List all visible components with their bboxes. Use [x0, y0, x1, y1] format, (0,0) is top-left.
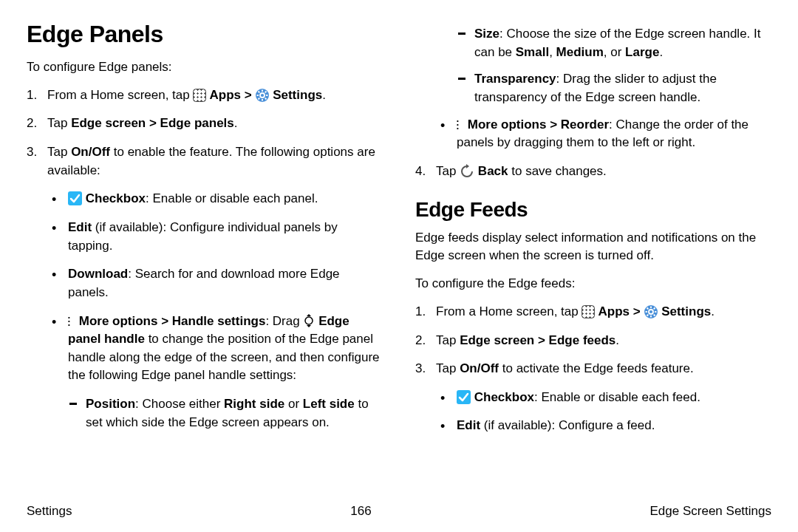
dash-transparency: Transparency: Drag the slider to adjust … — [457, 70, 771, 106]
apps-icon — [582, 305, 595, 318]
bullet-reorder: ••• More options > Reorder: Change the o… — [436, 116, 771, 152]
bullet-checkbox: Checkbox: Enable or disable each panel. — [47, 190, 383, 208]
apps-icon — [193, 89, 206, 102]
feeds-configure: To configure the Edge feeds: — [415, 275, 771, 293]
steps-continued: Tap Back to save changes. — [415, 163, 771, 181]
step-1: From a Home screen, tap Apps > Settings. — [27, 86, 383, 105]
more-options-icon: ••• — [68, 316, 75, 327]
feed-step-3: Tap On/Off to activate the Edge feeds fe… — [415, 360, 771, 435]
step-2: Tap Edge screen > Edge panels. — [27, 115, 383, 133]
footer-page-number: 166 — [350, 504, 371, 519]
back-icon — [460, 164, 474, 179]
feed-bullet-checkbox: Checkbox: Enable or disable each feed. — [436, 389, 771, 407]
dash-size: Size: Choose the size of the Edge screen… — [457, 25, 771, 61]
gear-icon — [644, 304, 658, 318]
dash-position: Position: Choose either Right side or Le… — [68, 395, 383, 432]
step-4: Tap Back to save changes. — [415, 163, 771, 181]
heading-edge-panels: Edge Panels — [27, 21, 383, 48]
gear-icon — [255, 88, 269, 102]
handle-icon — [303, 313, 315, 329]
intro-text: To configure Edge panels: — [27, 58, 383, 76]
feed-bullet-edit: Edit (if available): Configure a feed. — [436, 417, 771, 435]
bullet-more-options: ••• More options > Handle settings: Drag… — [47, 313, 383, 432]
footer-left: Settings — [27, 504, 72, 519]
bullet-edit: Edit (if available): Configure individua… — [47, 219, 383, 255]
right-column: Size: Choose the size of the Edge screen… — [415, 21, 771, 446]
bullet-download: Download: Search for and download more E… — [47, 265, 383, 301]
feed-step-2: Tap Edge screen > Edge feeds. — [415, 332, 771, 350]
footer-right: Edge Screen Settings — [650, 504, 771, 519]
feeds-steps: From a Home screen, tap Apps > Settings.… — [415, 303, 771, 435]
checkbox-icon — [457, 390, 471, 404]
heading-edge-feeds: Edge Feeds — [415, 198, 771, 222]
page-footer: Settings 166 Edge Screen Settings — [27, 504, 771, 519]
more-options-icon: ••• — [457, 119, 464, 130]
feeds-intro: Edge feeds display select information an… — [415, 229, 771, 265]
step-3: Tap On/Off to enable the feature. The fo… — [27, 143, 383, 432]
steps-list: From a Home screen, tap Apps > Settings.… — [27, 86, 383, 432]
checkbox-icon — [68, 191, 82, 205]
left-column: Edge Panels To configure Edge panels: Fr… — [27, 21, 383, 446]
feed-step-1: From a Home screen, tap Apps > Settings. — [415, 303, 771, 321]
